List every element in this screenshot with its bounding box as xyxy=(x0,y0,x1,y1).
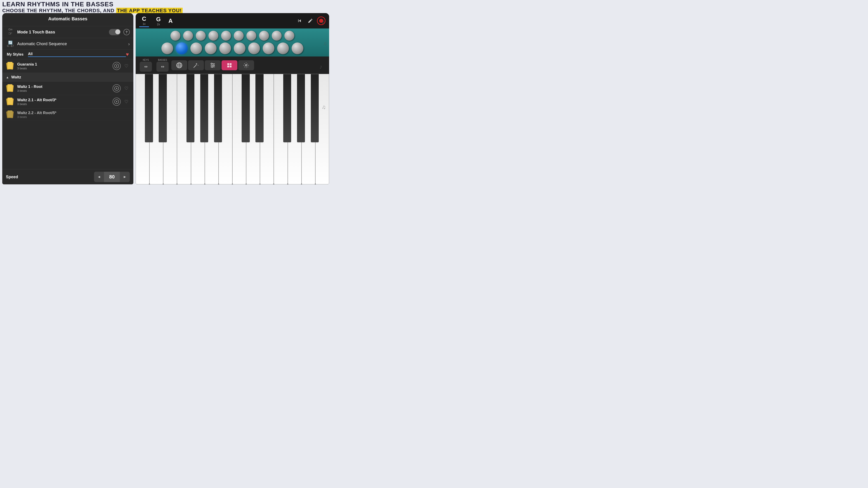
wand-button[interactable] xyxy=(188,60,204,70)
mode-row: Cm ☞ Mode 1 Touch Bass ? xyxy=(2,26,133,38)
knob-1-6[interactable] xyxy=(234,31,244,41)
speed-increase[interactable]: ► xyxy=(120,173,130,181)
knob-1-10[interactable] xyxy=(284,31,294,41)
chord-seq-row[interactable]: 🔄 G→E7 Automatic Chord Sequence › xyxy=(2,38,133,50)
knob-2-10[interactable] xyxy=(291,42,303,54)
white-key-8[interactable] xyxy=(232,74,246,184)
knob-2-8[interactable] xyxy=(263,42,274,54)
black-key-2[interactable] xyxy=(159,74,166,142)
waltz1-beats: 3 beats xyxy=(17,89,113,92)
knob-2-4[interactable] xyxy=(205,42,217,54)
banner-line2-prefix: CHOOSE THE RHYTHM, THE CHORDS, AND xyxy=(2,8,116,13)
white-key-11[interactable] xyxy=(274,74,287,184)
knob-1-4[interactable] xyxy=(209,31,218,41)
black-key-9[interactable] xyxy=(297,74,305,142)
style-list: Guarania 1 3 beats ♡ ▲ Waltz xyxy=(2,59,133,169)
basses-button[interactable]: ⇔ xyxy=(156,62,168,72)
favorites-heart[interactable]: ♥ xyxy=(126,52,129,57)
knob-2-2-active[interactable] xyxy=(176,42,188,54)
banner-line1: LEARN RHYTHMS IN THE BASSES xyxy=(2,1,114,8)
svg-point-12 xyxy=(211,63,212,64)
black-key-3[interactable] xyxy=(186,74,194,142)
black-key-5[interactable] xyxy=(214,74,222,142)
knob-1-2[interactable] xyxy=(183,31,193,41)
svg-rect-15 xyxy=(227,63,229,65)
help-button[interactable]: ? xyxy=(123,29,130,35)
knob-1-3[interactable] xyxy=(196,31,206,41)
knob-1-1[interactable] xyxy=(170,31,180,41)
section-waltz-header[interactable]: ▲ Waltz xyxy=(2,73,133,82)
basses-section: BASSES ⇔ xyxy=(155,58,170,72)
chord-seq-icon: 🔄 xyxy=(8,40,13,45)
mode-toggle[interactable] xyxy=(109,29,121,35)
black-key-6[interactable] xyxy=(242,74,250,142)
mixer-button[interactable] xyxy=(205,60,221,70)
white-key-1[interactable] xyxy=(135,74,149,184)
knob-row-1 xyxy=(140,31,324,41)
waltz22-name: Waltz 2.2 - Alt Root/5ª xyxy=(17,111,130,115)
chord-G-letter: G xyxy=(156,16,161,23)
knob-2-1[interactable] xyxy=(161,42,173,54)
basses-label: BASSES xyxy=(158,59,167,61)
guarania1-fav[interactable]: ♡ xyxy=(123,63,130,69)
waltz1-play[interactable] xyxy=(113,84,121,92)
waltz21-info: Waltz 2.1 - Alt Root/3ª 3 beats xyxy=(17,98,113,106)
music-note-2: ♫ xyxy=(323,41,327,46)
speed-decrease[interactable]: ◄ xyxy=(94,173,104,181)
knob-1-8[interactable] xyxy=(259,31,269,41)
edit-button[interactable] xyxy=(306,17,315,25)
touch-icon: ☞ xyxy=(8,31,12,36)
black-key-7[interactable] xyxy=(255,74,264,142)
mode-name: Mode 1 Touch Bass xyxy=(17,30,109,35)
globe-button[interactable] xyxy=(171,60,187,70)
waltz-section-name: Waltz xyxy=(11,75,21,79)
left-panel: Automatic Basses Cm ☞ Mode 1 Touch Bass … xyxy=(2,13,133,184)
rewind-button[interactable] xyxy=(295,17,304,25)
chord-btn-C[interactable]: C 1x xyxy=(139,14,149,27)
black-key-8[interactable] xyxy=(283,74,291,142)
knob-1-5[interactable] xyxy=(221,31,231,41)
knob-2-9[interactable] xyxy=(277,42,289,54)
svg-point-19 xyxy=(246,64,247,66)
knob-1-7[interactable] xyxy=(246,31,256,41)
svg-rect-16 xyxy=(230,63,231,65)
chord-G-mult: 2x xyxy=(157,23,160,26)
chord-btn-G[interactable]: G 2x xyxy=(153,15,163,27)
knob-2-6[interactable] xyxy=(234,42,246,54)
knob-row-2 xyxy=(140,42,324,54)
svg-rect-18 xyxy=(230,66,231,67)
waltz1-fav[interactable]: ♡ xyxy=(123,85,130,92)
settings-button[interactable] xyxy=(238,60,254,70)
guarania1-beats: 3 beats xyxy=(17,67,113,70)
black-key-10[interactable] xyxy=(311,74,319,142)
mode-label: Cm xyxy=(8,28,12,31)
waltz21-fav[interactable]: ♡ xyxy=(123,98,130,105)
panel-header: Automatic Basses xyxy=(2,13,133,26)
tab-my-styles[interactable]: My Styles xyxy=(7,53,24,57)
knob-2-3[interactable] xyxy=(190,42,202,54)
knob-2-7[interactable] xyxy=(248,42,260,54)
chord-seq-name: Automatic Chord Sequence xyxy=(17,41,128,46)
style-button[interactable] xyxy=(221,60,237,70)
banner-line2: CHOOSE THE RHYTHM, THE CHORDS, AND THE A… xyxy=(2,8,183,13)
waltz21-play[interactable] xyxy=(113,98,121,106)
style-item-waltz1[interactable]: Waltz 1 - Root 3 beats ♡ xyxy=(2,82,133,95)
speed-bar: Speed ◄ 80 ► xyxy=(2,169,133,184)
style-item-guarania1[interactable]: Guarania 1 3 beats ♡ xyxy=(2,59,133,73)
style-item-waltz22-partial[interactable]: Waltz 2.2 - Alt Root/5ª 3 beats xyxy=(2,108,133,121)
guarania1-play[interactable] xyxy=(113,62,121,70)
tab-all[interactable]: All xyxy=(28,52,126,57)
chord-btn-A[interactable]: A xyxy=(166,17,176,25)
keys-button[interactable]: ⇔ xyxy=(140,62,152,72)
white-key-4[interactable] xyxy=(177,74,191,184)
speed-label: Speed xyxy=(6,175,18,180)
knob-2-5[interactable] xyxy=(219,42,231,54)
keys-section: KEYS ⇔ xyxy=(138,58,154,72)
top-banner: LEARN RHYTHMS IN THE BASSES CHOOSE THE R… xyxy=(0,0,329,13)
chord-C-mult: 1x xyxy=(143,22,146,26)
style-item-waltz21[interactable]: Waltz 2.1 - Alt Root/3ª 3 beats ♡ xyxy=(2,95,133,108)
black-key-4[interactable] xyxy=(200,74,208,142)
chord-seq-label: G→E7 xyxy=(7,45,14,47)
knob-1-9[interactable] xyxy=(272,31,282,41)
black-key-1[interactable] xyxy=(145,74,153,142)
